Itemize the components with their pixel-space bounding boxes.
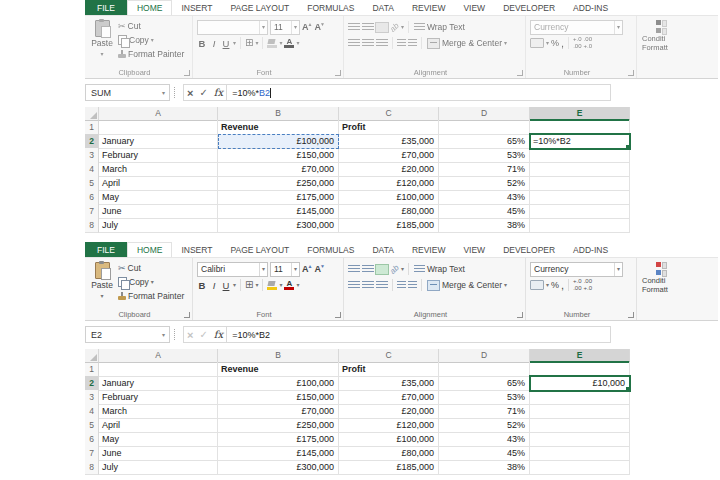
cell-a3[interactable]: February — [99, 390, 218, 405]
cell-b3[interactable]: £150,000 — [218, 148, 339, 163]
cell-d7[interactable]: 45% — [439, 204, 530, 219]
cell-c6[interactable]: £100,000 — [339, 432, 439, 447]
cancel-formula-button[interactable]: × — [187, 329, 193, 341]
cell-b5[interactable]: £250,000 — [218, 418, 339, 433]
number-dialog-launcher[interactable] — [628, 70, 634, 76]
row-header-3[interactable]: 3 — [85, 148, 99, 163]
grow-font-button[interactable]: A▲ — [302, 22, 313, 32]
column-header-b[interactable]: B — [218, 107, 339, 121]
comma-style-button[interactable]: , — [561, 283, 564, 288]
align-right-button[interactable] — [376, 39, 388, 48]
cancel-formula-button[interactable]: × — [187, 87, 193, 99]
tab-developer[interactable]: DEVELOPER — [494, 242, 564, 257]
row-header-7[interactable]: 7 — [85, 204, 99, 219]
row-header-3[interactable]: 3 — [85, 390, 99, 405]
insert-function-button[interactable]: fx — [214, 329, 223, 340]
cell-a2[interactable]: January — [99, 134, 218, 149]
cell-b4[interactable]: £70,000 — [218, 162, 339, 177]
increase-indent-button[interactable] — [408, 39, 417, 48]
cell-d8[interactable]: 38% — [439, 460, 530, 475]
cell-a7[interactable]: June — [99, 204, 218, 219]
cell-d6[interactable]: 43% — [439, 432, 530, 447]
cell-e5[interactable] — [530, 176, 630, 191]
font-name-combo[interactable]: ▾ — [197, 20, 268, 35]
increase-indent-button[interactable] — [408, 281, 417, 290]
cell-c6[interactable]: £100,000 — [339, 190, 439, 205]
column-header-d[interactable]: D — [439, 107, 530, 121]
font-color-button[interactable]: A — [284, 280, 294, 290]
row-header-6[interactable]: 6 — [85, 432, 99, 447]
cell-c2[interactable]: £35,000 — [339, 376, 439, 391]
cell-a6[interactable]: May — [99, 190, 218, 205]
wrap-text-button[interactable]: Wrap Text — [413, 22, 466, 32]
cell-e4[interactable] — [530, 162, 630, 177]
cell-e1[interactable] — [530, 362, 630, 377]
font-size-combo[interactable]: 11 ▾ — [270, 20, 300, 35]
row-header-4[interactable]: 4 — [85, 404, 99, 419]
column-header-c[interactable]: C — [339, 349, 439, 363]
cell-d4[interactable]: 71% — [439, 162, 530, 177]
font-dialog-launcher[interactable] — [335, 70, 341, 76]
copy-button[interactable]: Copy ▾ — [117, 33, 189, 46]
row-header-7[interactable]: 7 — [85, 446, 99, 461]
format-painter-button[interactable]: Format Painter — [117, 289, 189, 302]
align-top-button[interactable] — [348, 23, 360, 32]
cell-d2[interactable]: 65% — [439, 376, 530, 391]
cell-b1[interactable]: Revenue — [218, 120, 339, 135]
cell-e7[interactable] — [530, 446, 630, 461]
cell-b2[interactable]: £100,000 — [218, 134, 339, 149]
tab-formulas[interactable]: FORMULAS — [298, 0, 363, 15]
cell-e6[interactable] — [530, 432, 630, 447]
increase-decimal-button[interactable]: +.0 .00 — [573, 278, 582, 291]
bold-button[interactable]: B — [197, 280, 207, 291]
cell-e6[interactable] — [530, 190, 630, 205]
align-center-button[interactable] — [362, 281, 374, 290]
cell-a6[interactable]: May — [99, 432, 218, 447]
column-header-e[interactable]: E — [530, 107, 630, 121]
column-header-e[interactable]: E — [530, 349, 630, 363]
percent-style-button[interactable]: % — [551, 38, 559, 48]
font-name-combo[interactable]: Calibri ▾ — [197, 262, 268, 277]
cell-a3[interactable]: February — [99, 148, 218, 163]
cell-c8[interactable]: £185,000 — [339, 460, 439, 475]
column-header-b[interactable]: B — [218, 349, 339, 363]
align-bottom-button[interactable] — [376, 265, 388, 274]
underline-button[interactable]: U — [221, 38, 231, 49]
cell-e5[interactable] — [530, 418, 630, 433]
fill-color-button[interactable] — [267, 281, 277, 290]
cell-d5[interactable]: 52% — [439, 418, 530, 433]
accounting-format-button[interactable] — [530, 38, 544, 48]
cell-a4[interactable]: March — [99, 404, 218, 419]
percent-style-button[interactable]: % — [551, 280, 559, 290]
cell-b6[interactable]: £175,000 — [218, 432, 339, 447]
borders-button[interactable]: ⊞ — [245, 38, 253, 48]
tab-data[interactable]: DATA — [363, 242, 402, 257]
formula-input[interactable]: =10%*B2 — [226, 84, 611, 101]
cell-b1[interactable]: Revenue — [218, 362, 339, 377]
align-middle-button[interactable] — [362, 265, 374, 274]
cell-e7[interactable] — [530, 204, 630, 219]
insert-function-button[interactable]: fx — [214, 87, 223, 98]
row-header-8[interactable]: 8 — [85, 460, 99, 475]
cell-e3[interactable] — [530, 148, 630, 163]
row-header-5[interactable]: 5 — [85, 176, 99, 191]
font-dialog-launcher[interactable] — [335, 312, 341, 318]
cell-d7[interactable]: 45% — [439, 446, 530, 461]
tab-file[interactable]: FILE — [85, 0, 127, 15]
tab-developer[interactable]: DEVELOPER — [494, 0, 564, 15]
name-box[interactable]: SUM ▾ — [85, 84, 170, 101]
cell-c2[interactable]: £35,000 — [339, 134, 439, 149]
tab-home[interactable]: HOME — [127, 242, 173, 257]
shrink-font-button[interactable]: A▼ — [315, 264, 326, 274]
tab-review[interactable]: REVIEW — [403, 0, 455, 15]
cell-c1[interactable]: Profit — [339, 362, 439, 377]
cell-c4[interactable]: £20,000 — [339, 404, 439, 419]
cell-d5[interactable]: 52% — [439, 176, 530, 191]
wrap-text-button[interactable]: Wrap Text — [413, 264, 466, 274]
cell-b2[interactable]: £100,000 — [218, 376, 339, 391]
cell-e4[interactable] — [530, 404, 630, 419]
cut-button[interactable]: ✂ Cut — [117, 261, 189, 274]
row-header-4[interactable]: 4 — [85, 162, 99, 177]
number-format-combo[interactable]: Currency ▾ — [530, 262, 623, 277]
cell-c7[interactable]: £80,000 — [339, 446, 439, 461]
